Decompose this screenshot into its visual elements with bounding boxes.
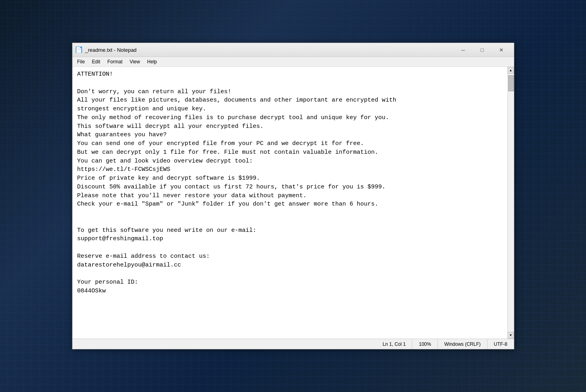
scroll-up-arrow[interactable]: ▲: [508, 67, 514, 74]
cursor-position: Ln 1, Col 1: [376, 339, 412, 349]
line-ending: Windows (CRLF): [438, 339, 487, 349]
scrollbar-thumb[interactable]: [508, 75, 514, 91]
menu-bar: File Edit Format View Help: [73, 57, 514, 67]
zoom-level: 100%: [412, 339, 438, 349]
encoding: UTF-8: [488, 339, 514, 349]
scrollbar-track: [508, 74, 514, 332]
menu-edit[interactable]: Edit: [89, 58, 104, 65]
window-title: _readme.txt - Notepad: [85, 47, 137, 53]
maximize-button[interactable]: □: [473, 44, 492, 56]
notepad-window: _readme.txt - Notepad ─ □ ✕ File Edit Fo…: [72, 43, 514, 349]
menu-help[interactable]: Help: [144, 58, 160, 65]
minimize-button[interactable]: ─: [454, 44, 472, 56]
notepad-app-icon: [76, 47, 82, 53]
close-button[interactable]: ✕: [492, 44, 511, 56]
status-bar: Ln 1, Col 1 100% Windows (CRLF) UTF-8: [73, 339, 514, 349]
content-area: ▲ ▼: [73, 67, 514, 339]
title-bar-left: _readme.txt - Notepad: [76, 47, 137, 53]
menu-view[interactable]: View: [127, 58, 143, 65]
window-controls: ─ □ ✕: [454, 44, 511, 56]
vertical-scrollbar[interactable]: ▲ ▼: [508, 67, 514, 339]
menu-file[interactable]: File: [74, 58, 88, 65]
menu-format[interactable]: Format: [104, 58, 126, 65]
title-bar: _readme.txt - Notepad ─ □ ✕: [73, 43, 514, 57]
text-editor[interactable]: [73, 67, 508, 339]
scroll-down-arrow[interactable]: ▼: [508, 332, 514, 339]
